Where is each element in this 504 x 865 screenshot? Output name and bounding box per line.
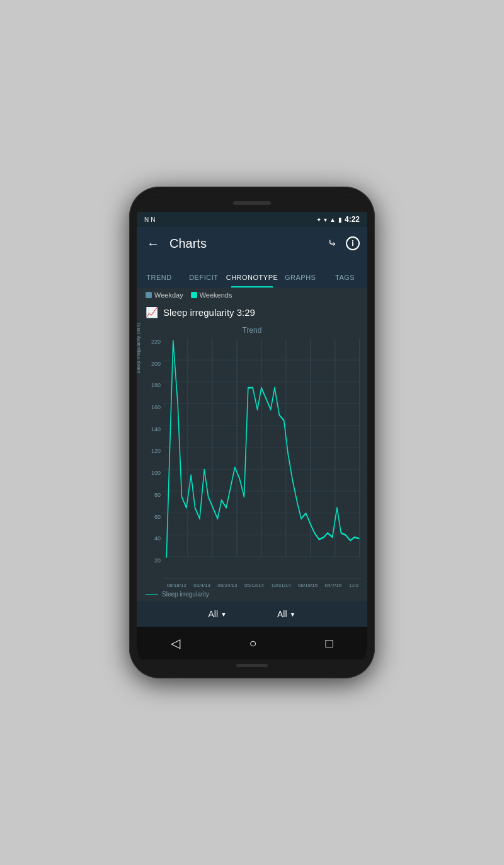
back-nav-button[interactable]: ◁ [166,630,185,656]
legend-bar: Weekday Weekends [137,287,367,303]
status-left: N N [144,216,155,223]
filter1-label: All [209,609,219,619]
y-axis-labels: 220 200 180 160 140 120 100 80 60 40 20 [143,339,161,564]
y-label-40: 40 [143,535,161,542]
recent-nav-button[interactable]: □ [320,631,338,656]
status-time: 4:22 [345,215,360,224]
home-nav-button[interactable]: ○ [244,631,261,656]
irregularity-row: 📈 Sleep irregularity 3:29 [137,303,367,323]
legend-line [146,594,158,595]
status-right: ✦ ▾ ▲ ▮ 4:22 [316,215,360,224]
legend-weekends: Weekends [191,291,232,299]
bottom-speaker [236,664,268,667]
tab-deficit[interactable]: DEFICIT [181,267,226,287]
chart-area: Trend Sleep irregularity (min) 220 200 1… [137,323,367,601]
x-label-5: 12/31/14 [271,583,290,588]
x-label-6: 08/19/15 [298,583,318,588]
svg-rect-1 [163,339,362,579]
weekday-dot [146,292,152,298]
weekends-dot [191,292,197,298]
weekday-label: Weekday [154,291,183,299]
legend-line-label: Sleep irregularity [162,591,209,598]
x-label-2: 02/4/13 [193,583,210,588]
app-header: ← Charts ⤷ i [137,227,367,260]
chart-title: Trend [137,323,367,336]
y-label-100: 100 [143,470,161,476]
phone-bottom-bar [137,659,367,671]
chart-svg [163,339,362,579]
x-label-7: 04/7/16 [325,583,342,588]
y-label-140: 140 [143,426,161,432]
filter2-dropdown[interactable]: All ▼ [271,605,302,623]
y-axis-label: Sleep irregularity (min) [137,323,141,386]
chart-container: Trend Sleep irregularity (min) 220 200 1… [137,323,367,601]
filter2-arrow: ▼ [290,611,296,618]
x-label-8: 11/2 [349,583,359,588]
bottom-bar: All ▼ All ▼ [137,601,367,627]
y-label-20: 20 [143,557,161,564]
status-bar: N N ✦ ▾ ▲ ▮ 4:22 [137,212,367,227]
x-axis-labels: 06/18/12 02/4/13 09/24/13 05/13/14 12/31… [137,581,367,588]
back-button[interactable]: ← [144,234,162,253]
x-label-1: 06/18/12 [167,583,186,588]
battery-icon: ▮ [338,216,342,223]
y-label-180: 180 [143,382,161,388]
tab-trend[interactable]: TREND [137,267,181,287]
legend-weekday: Weekday [146,291,183,299]
phone-device: N N ✦ ▾ ▲ ▮ 4:22 ← Charts ⤷ i TREND DEFI… [129,187,375,678]
x-label-4: 05/13/14 [244,583,264,588]
phone-top-bar [137,194,367,212]
tab-graphs[interactable]: GRAPHS [278,267,323,287]
signal-icon: ▲ [329,216,336,223]
phone-nav: ◁ ○ □ [137,627,367,659]
y-label-160: 160 [143,404,161,410]
chart-legend: Sleep irregularity [137,588,367,601]
phone-speaker [233,201,271,205]
tab-chronotype[interactable]: CHRONOTYPE [226,267,278,287]
filter2-label: All [277,609,287,619]
filter1-dropdown[interactable]: All ▼ [202,605,233,623]
bluetooth-icon: ✦ [316,216,321,223]
filter1-arrow: ▼ [220,611,227,618]
y-label-220: 220 [143,339,161,345]
share-icon[interactable]: ⤷ [328,236,337,250]
header-actions: ⤷ i [328,236,360,250]
chart-inner: Sleep irregularity (min) 220 200 180 160… [137,336,367,581]
page-title: Charts [169,236,320,251]
weekends-label: Weekends [200,291,232,299]
y-label-200: 200 [143,361,161,367]
info-button[interactable]: i [346,236,360,250]
y-label-60: 60 [143,514,161,520]
y-label-120: 120 [143,448,161,454]
chart-line-icon: 📈 [146,306,158,318]
irregularity-text: Sleep irregularity 3:29 [163,307,255,318]
phone-screen: N N ✦ ▾ ▲ ▮ 4:22 ← Charts ⤷ i TREND DEFI… [137,194,367,671]
notification-icon-2: N [151,216,155,223]
tab-tags[interactable]: TAGS [323,267,367,287]
y-label-80: 80 [143,492,161,498]
wifi-icon: ▾ [324,216,327,223]
tabs-bar: TREND DEFICIT CHRONOTYPE GRAPHS TAGS [137,260,367,287]
x-label-3: 09/24/13 [217,583,237,588]
notification-icon-1: N [144,216,149,223]
